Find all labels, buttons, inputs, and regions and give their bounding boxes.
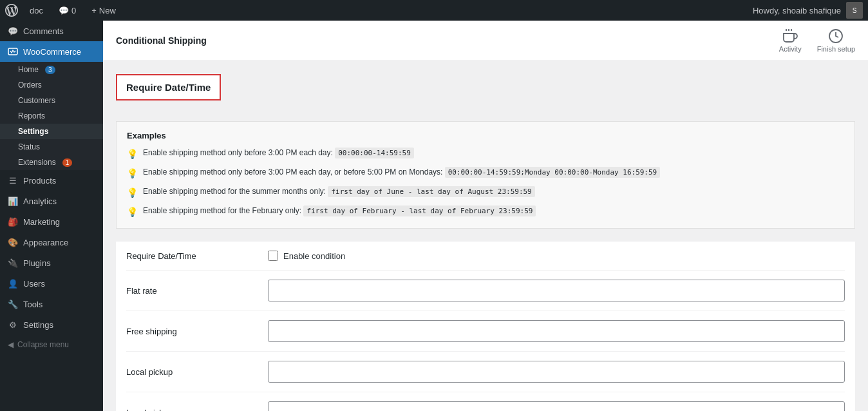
appearance-icon: 🎨 bbox=[8, 237, 18, 247]
adminbar-new[interactable]: + New bbox=[88, 0, 120, 21]
plugin-header: Conditional Shipping Activity Finish set… bbox=[103, 21, 868, 61]
submenu-customers[interactable]: Customers bbox=[0, 93, 103, 108]
form-row: Local pickup bbox=[126, 352, 845, 392]
sidebar-item-marketing[interactable]: 🎒 Marketing bbox=[0, 211, 103, 232]
examples-title: Examples bbox=[127, 131, 844, 140]
collapse-icon: ◀ bbox=[8, 340, 14, 349]
users-icon: 👤 bbox=[8, 278, 18, 289]
bulb-icon: 💡 bbox=[127, 186, 138, 200]
tools-icon: 🔧 bbox=[8, 299, 18, 309]
form-label: Local pickup bbox=[126, 408, 268, 412]
submenu-status[interactable]: Status bbox=[0, 139, 103, 155]
activity-icon bbox=[782, 28, 798, 44]
plugins-icon: 🔌 bbox=[8, 258, 18, 268]
form-label: Local pickup bbox=[126, 367, 268, 377]
example-item: 💡 Enable shipping method for the Februar… bbox=[127, 205, 844, 219]
example-text: Enable shipping method only before 3:00 … bbox=[143, 147, 414, 159]
form-input-wrap: Enable condition bbox=[268, 251, 845, 261]
form-input-wrap bbox=[268, 361, 845, 383]
page-body: Conditional Shipping Activity Finish set… bbox=[103, 21, 868, 411]
finish-setup-button[interactable]: Finish setup bbox=[817, 28, 855, 53]
sidebar-item-products[interactable]: ☰ Products bbox=[0, 170, 103, 191]
settings-icon: ⚙ bbox=[8, 320, 18, 330]
examples-list: 💡 Enable shipping method only before 3:0… bbox=[127, 147, 844, 219]
example-code: first day of June - last day of August 2… bbox=[328, 186, 534, 197]
form-input-local-pickup-4[interactable] bbox=[268, 401, 845, 411]
examples-section: Examples 💡 Enable shipping method only b… bbox=[116, 121, 855, 229]
form-row: Free shipping bbox=[126, 311, 845, 352]
sidebar-item-woocommerce[interactable]: WooCommerce bbox=[0, 41, 103, 62]
example-code: 00:00:00-14:59:59;Monday 00:00:00-Monday… bbox=[445, 167, 661, 178]
example-item: 💡 Enable shipping method for the summer … bbox=[127, 186, 844, 200]
admin-sidebar: 💬 Comments WooCommerce Home 3 Orders Cus… bbox=[0, 21, 103, 411]
bulb-icon: 💡 bbox=[127, 206, 138, 219]
form-input-wrap bbox=[268, 401, 845, 411]
example-item: 💡 Enable shipping method only before 3:0… bbox=[127, 166, 844, 180]
section-title-wrap: Require Date/Time bbox=[116, 74, 855, 111]
enable-condition-checkbox[interactable] bbox=[268, 251, 278, 261]
finish-setup-icon bbox=[828, 28, 844, 44]
form-input-wrap bbox=[268, 280, 845, 301]
example-text: Enable shipping method for the summer mo… bbox=[143, 186, 535, 198]
adminbar-site-name: doc bbox=[30, 6, 43, 15]
example-code: 00:00:00-14:59:59 bbox=[335, 148, 414, 158]
checkbox-label[interactable]: Enable condition bbox=[283, 251, 345, 261]
form-input-local-pickup-3[interactable] bbox=[268, 361, 845, 383]
analytics-icon: 📊 bbox=[8, 196, 18, 206]
form-input-wrap bbox=[268, 320, 845, 342]
form-label: Require Date/Time bbox=[126, 251, 268, 261]
form-row: Flat rate bbox=[126, 271, 845, 311]
marketing-icon: 🎒 bbox=[8, 216, 18, 227]
wp-logo[interactable] bbox=[5, 4, 18, 17]
form-input-free-shipping-2[interactable] bbox=[268, 320, 845, 342]
submenu-reports[interactable]: Reports bbox=[0, 108, 103, 124]
submenu-settings[interactable]: Settings bbox=[0, 124, 103, 139]
collapse-menu[interactable]: ◀ Collapse menu bbox=[0, 335, 103, 354]
form-row: Require Date/Time Enable condition bbox=[126, 242, 845, 271]
form-label: Free shipping bbox=[126, 327, 268, 336]
form-rows-container: Require Date/Time Enable condition Flat … bbox=[126, 242, 845, 411]
sidebar-item-appearance[interactable]: 🎨 Appearance bbox=[0, 232, 103, 253]
submenu-home[interactable]: Home 3 bbox=[0, 62, 103, 77]
checkbox-wrap: Enable condition bbox=[268, 251, 845, 261]
submenu-orders[interactable]: Orders bbox=[0, 77, 103, 93]
svg-rect-0 bbox=[8, 48, 17, 55]
section-title: Require Date/Time bbox=[116, 74, 221, 100]
sidebar-item-tools[interactable]: 🔧 Tools bbox=[0, 294, 103, 314]
sidebar-item-analytics[interactable]: 📊 Analytics bbox=[0, 191, 103, 211]
woocommerce-submenu: Home 3 Orders Customers Reports Settings… bbox=[0, 62, 103, 170]
comments-icon: 💬 bbox=[8, 26, 18, 36]
woocommerce-icon bbox=[8, 46, 18, 57]
activity-button[interactable]: Activity bbox=[779, 28, 802, 53]
bulb-icon: 💡 bbox=[127, 148, 138, 161]
submenu-extensions[interactable]: Extensions 1 bbox=[0, 155, 103, 170]
example-text: Enable shipping method for the February … bbox=[143, 205, 536, 217]
plugin-title: Conditional Shipping bbox=[116, 35, 207, 46]
products-icon: ☰ bbox=[8, 175, 18, 186]
form-input-flat-rate-1[interactable] bbox=[268, 280, 845, 301]
admin-bar: doc 💬 0 + New Howdy, shoaib shafique S bbox=[0, 0, 868, 21]
adminbar-comments[interactable]: 💬 0 bbox=[55, 0, 80, 21]
example-item: 💡 Enable shipping method only before 3:0… bbox=[127, 147, 844, 161]
sidebar-item-plugins[interactable]: 🔌 Plugins bbox=[0, 253, 103, 273]
adminbar-site[interactable]: doc bbox=[26, 0, 47, 21]
example-text: Enable shipping method only before 3:00 … bbox=[143, 166, 660, 178]
user-avatar: S bbox=[846, 2, 863, 19]
sidebar-item-users[interactable]: 👤 Users bbox=[0, 273, 103, 294]
sidebar-item-comments[interactable]: 💬 Comments bbox=[0, 21, 103, 41]
bulb-icon: 💡 bbox=[127, 167, 138, 180]
form-table: Require Date/Time Enable condition Flat … bbox=[116, 242, 855, 411]
form-label: Flat rate bbox=[126, 286, 268, 296]
page-content: Require Date/Time Examples 💡 Enable ship… bbox=[103, 61, 868, 411]
header-actions: Activity Finish setup bbox=[779, 28, 855, 53]
sidebar-item-settings[interactable]: ⚙ Settings bbox=[0, 314, 103, 335]
form-row: Local pickup bbox=[126, 392, 845, 411]
adminbar-user: Howdy, shoaib shafique S bbox=[753, 2, 863, 19]
example-code: first day of February - last day of Febr… bbox=[303, 206, 536, 216]
